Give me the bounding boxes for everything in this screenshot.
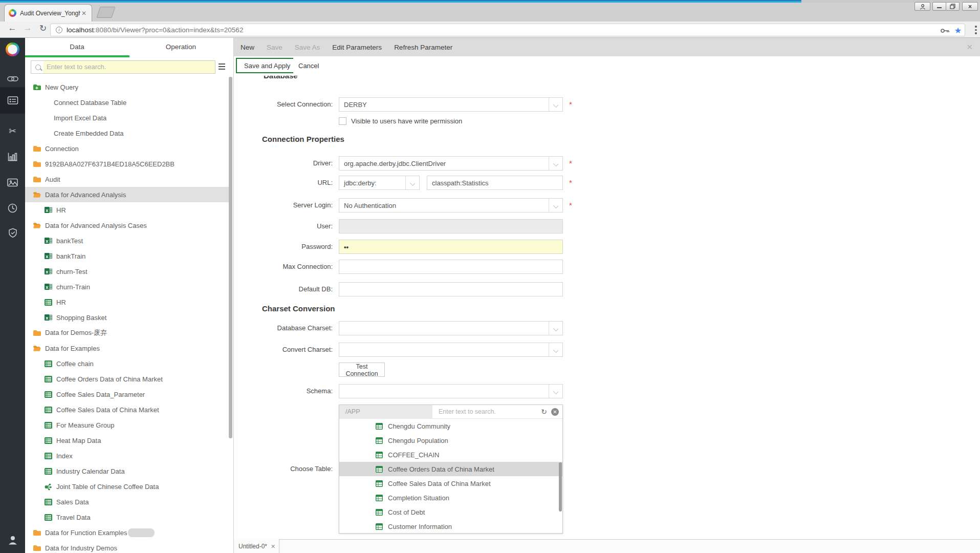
schema-field[interactable]: [339, 384, 563, 398]
bottom-tab-untitled[interactable]: Untitled-0* ✕: [234, 539, 279, 553]
database-charset-field[interactable]: [339, 321, 563, 335]
chevron-down-icon[interactable]: [549, 385, 562, 398]
maximize-icon[interactable]: [946, 2, 960, 11]
tree-item-coffee-chain[interactable]: Coffee chain: [25, 356, 229, 371]
tree-item-data-for-advanced-analysis-cases[interactable]: Data for Advanced Analysis Cases: [25, 218, 229, 233]
driver-field[interactable]: org.apache.derby.jdbc.ClientDriver: [339, 156, 563, 171]
chevron-down-icon[interactable]: [549, 157, 562, 170]
new-tab-button[interactable]: [96, 7, 115, 18]
rail-shield-icon[interactable]: [0, 223, 25, 243]
tree-item-shopping-basket[interactable]: xShopping Basket: [25, 310, 229, 325]
rail-clock-icon[interactable]: [0, 198, 25, 218]
picker-item-coffee-sales-data-of-china-market[interactable]: Coffee Sales Data of China Market: [339, 476, 562, 491]
tree-item-churn-test[interactable]: xchurn-Test: [25, 264, 229, 279]
info-icon[interactable]: i: [56, 27, 62, 33]
search-input[interactable]: Enter text to search.: [43, 61, 215, 73]
tree-item-data-for-advanced-analysis[interactable]: Data for Advanced Analysis: [25, 187, 229, 202]
picker-close-icon[interactable]: ✕: [551, 408, 559, 416]
tree-item-heat-map-data[interactable]: Heat Map Data: [25, 433, 229, 448]
picker-item-completion-situation[interactable]: Completion Situation: [339, 491, 562, 505]
bookmark-star-icon[interactable]: ★: [954, 26, 962, 35]
rail-dataset-icon[interactable]: [0, 87, 25, 114]
url-field[interactable]: classpath:Statistics: [427, 176, 563, 190]
tree-item-data-for-examples[interactable]: Data for Examples: [25, 341, 229, 356]
chevron-down-icon[interactable]: [549, 199, 562, 212]
tree-item-data-for-demos[interactable]: Data for Demos-废弃: [25, 325, 229, 341]
picker-item-coffee-orders-data-of-china-market[interactable]: Coffee Orders Data of China Market: [339, 462, 562, 476]
server-login-field[interactable]: No Authentication: [339, 198, 563, 212]
toolbar-edit-parameters[interactable]: Edit Parameters: [332, 44, 382, 51]
select-connection-field[interactable]: DERBY: [339, 97, 563, 112]
picker-path-chip[interactable]: /APP: [339, 405, 432, 419]
tree-item-9192ba8a027f6371b4ed18a5c6eed2bb[interactable]: 9192BA8A027F6371B4ED18A5C6EED2BB: [25, 156, 229, 172]
password-field[interactable]: ••: [339, 240, 563, 254]
chevron-down-icon[interactable]: [549, 322, 562, 335]
profile-icon[interactable]: [914, 2, 930, 11]
rail-link-icon[interactable]: [0, 69, 25, 89]
close-editor-icon[interactable]: ✕: [966, 42, 973, 52]
tree-item-churn-train[interactable]: xchurn-Train: [25, 279, 229, 294]
picker-item-chengdu-community[interactable]: Chengdu Community: [339, 419, 562, 433]
tab-operation[interactable]: Operation: [129, 38, 233, 55]
minimize-icon[interactable]: [932, 2, 946, 11]
tree-item-travel-data[interactable]: Travel Data: [25, 509, 229, 525]
picker-item-chengdu-population[interactable]: Chengdu Population: [339, 433, 562, 448]
tree-item-joint-table-of-chinese-coffee-data[interactable]: Joint Table of Chinese Coffee Data: [25, 479, 229, 494]
refresh-icon[interactable]: ↻: [541, 408, 547, 416]
rail-logo-icon[interactable]: [0, 39, 25, 59]
rail-scissors-icon[interactable]: ✂: [0, 121, 25, 141]
rail-user-icon[interactable]: [0, 535, 25, 545]
tree-item-banktrain[interactable]: xbankTrain: [25, 248, 229, 264]
sidebar-search[interactable]: Enter text to search.: [31, 60, 215, 74]
menu-dots-icon[interactable]: [975, 26, 977, 36]
url-bar[interactable]: i localhost:8080/bi/Viewer?proc=0&action…: [50, 24, 965, 36]
tree-item-import-excel-data[interactable]: Import Excel Data: [25, 110, 229, 125]
chevron-down-icon[interactable]: [549, 98, 562, 111]
tree-item-audit[interactable]: Audit: [25, 172, 229, 187]
tree-item-new-query[interactable]: New Query: [25, 79, 229, 95]
picker-item-coffee-chain[interactable]: COFFEE_CHAIN: [339, 448, 562, 462]
write-permission-checkbox[interactable]: [339, 117, 346, 125]
tree-item-connection[interactable]: Connection: [25, 141, 229, 156]
chevron-down-icon[interactable]: [405, 176, 419, 189]
browser-tab[interactable]: Audit Overview_Yongh ✕: [4, 4, 92, 22]
reload-icon[interactable]: ↻: [37, 23, 49, 34]
tree-item-hr[interactable]: HR: [25, 294, 229, 310]
save-and-apply-button[interactable]: Save and Apply: [236, 58, 298, 73]
tree-item-sales-data[interactable]: Sales Data: [25, 494, 229, 509]
tab-close-icon[interactable]: ✕: [80, 10, 88, 17]
tree-item-for-measure-group[interactable]: For Measure Group: [25, 417, 229, 433]
panel-scrollbar-thumb[interactable]: [229, 77, 232, 438]
rail-chart-icon[interactable]: [0, 146, 25, 167]
rail-image-icon[interactable]: [0, 172, 25, 193]
cancel-button[interactable]: Cancel: [293, 58, 324, 73]
tree-item-banktest[interactable]: xbankTest: [25, 233, 229, 248]
tab-data[interactable]: Data: [25, 38, 129, 55]
forward-arrow-icon[interactable]: →: [21, 23, 34, 33]
tree-item-coffee-orders-data-of-china-market[interactable]: Coffee Orders Data of China Market: [25, 371, 229, 387]
convert-charset-field[interactable]: [339, 343, 563, 357]
picker-search-input[interactable]: Enter text to search.: [432, 408, 541, 415]
tree-item-data-for-function-examples[interactable]: Data for Function Examples: [25, 525, 229, 540]
picker-item-cost-of-debt[interactable]: Cost of Debt: [339, 505, 562, 519]
key-icon[interactable]: [941, 28, 949, 33]
toolbar-refresh-parameter[interactable]: Refresh Parameter: [394, 44, 452, 51]
close-icon[interactable]: ×: [962, 2, 978, 11]
tree-item-industry-calendar-data[interactable]: Industry Calendar Data: [25, 463, 229, 479]
tree-item-coffee-sales-data-parameter[interactable]: Coffee Sales Data_Parameter: [25, 387, 229, 402]
toolbar-new[interactable]: New: [241, 44, 254, 51]
picker-scrollbar-thumb[interactable]: [559, 462, 562, 512]
tree-item-hr[interactable]: xHR: [25, 202, 229, 218]
tree-item-coffee-sales-data-of-china-market[interactable]: Coffee Sales Data of China Market: [25, 402, 229, 417]
chevron-down-icon[interactable]: [549, 343, 562, 356]
tree-item-create-embedded-data[interactable]: Create Embedded Data: [25, 125, 229, 141]
tree-item-index[interactable]: Index: [25, 448, 229, 463]
url-prefix-field[interactable]: jdbc:derby:: [339, 176, 420, 190]
max-connection-field[interactable]: [339, 260, 563, 274]
back-arrow-icon[interactable]: ←: [6, 23, 18, 33]
tree-item-data-for-industry-demos[interactable]: Data for Industry Demos: [25, 540, 229, 553]
panel-menu-icon[interactable]: [219, 63, 225, 71]
tree-item-connect-database-table[interactable]: Connect Database Table: [25, 95, 229, 110]
test-connection-button[interactable]: Test Connection: [339, 363, 385, 377]
bottom-tab-close-icon[interactable]: ✕: [271, 543, 275, 550]
